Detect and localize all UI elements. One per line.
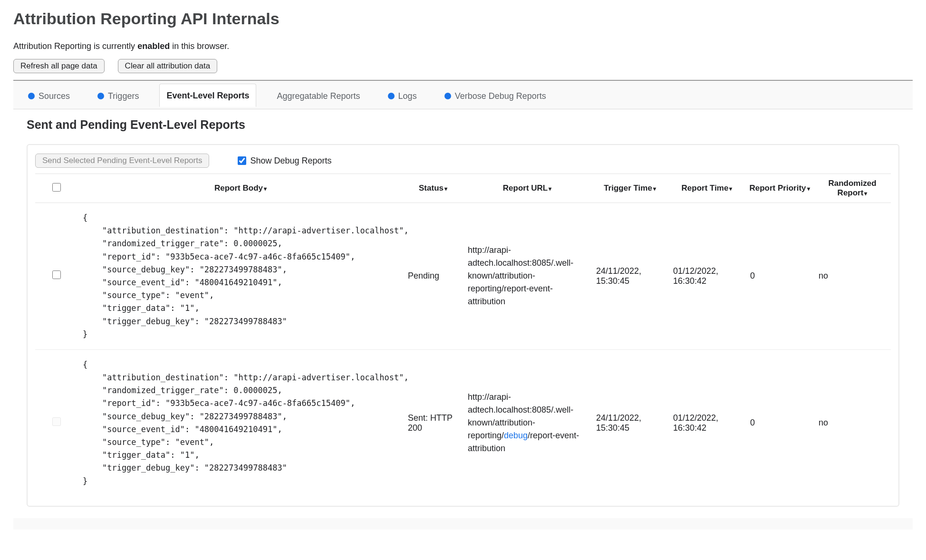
table-row: { "attribution_destination": "http://ara… [35, 349, 891, 496]
row-select-checkbox[interactable] [52, 270, 61, 279]
sort-icon: ▾ [549, 185, 551, 192]
header-report-time[interactable]: Report Time▾ [668, 174, 745, 203]
status-cell: Sent: HTTP 200 [403, 349, 463, 496]
header-trigger-time[interactable]: Trigger Time▾ [591, 174, 668, 203]
tab-label: Aggregatable Reports [277, 91, 360, 101]
send-selected-button[interactable]: Send Selected Pending Event-Level Report… [35, 154, 209, 168]
show-debug-reports-checkbox[interactable] [238, 156, 246, 165]
report-time-cell: 01/12/2022, 16:30:42 [668, 203, 745, 350]
report-url-cell: http://arapi-adtech.localhost:8085/.well… [463, 203, 591, 350]
status-enabled-word: enabled [137, 41, 170, 51]
tab-label: Verbose Debug Reports [455, 91, 546, 101]
randomized-cell: no [814, 203, 891, 350]
report-body-json: { "attribution_destination": "http://ara… [83, 358, 398, 488]
tab-bar: Sources Triggers Event-Level Reports Agg… [13, 81, 913, 109]
clear-all-button[interactable]: Clear all attribution data [118, 59, 218, 73]
header-report-url[interactable]: Report URL▾ [463, 174, 591, 203]
priority-cell: 0 [745, 203, 814, 350]
tab-triggers[interactable]: Triggers [90, 84, 146, 107]
page-title: Attribution Reporting API Internals [13, 10, 913, 28]
tab-label: Event-Level Reports [166, 91, 249, 101]
tab-event-level-reports[interactable]: Event-Level Reports [159, 84, 256, 107]
sort-icon: ▾ [729, 185, 732, 192]
sort-icon: ▾ [864, 190, 867, 197]
randomized-cell: no [814, 349, 891, 496]
sort-icon: ▾ [653, 185, 656, 192]
status-prefix: Attribution Reporting is currently [13, 41, 137, 51]
trigger-time-cell: 24/11/2022, 15:30:45 [591, 349, 668, 496]
show-debug-reports-text: Show Debug Reports [250, 156, 331, 166]
status-suffix: in this browser. [170, 41, 229, 51]
table-row: { "attribution_destination": "http://ara… [35, 203, 891, 350]
url-debug-word: debug [504, 431, 528, 440]
header-text: Trigger Time [604, 183, 652, 193]
refresh-button[interactable]: Refresh all page data [13, 59, 105, 73]
header-text: Report URL [503, 183, 548, 193]
attribution-status-text: Attribution Reporting is currently enabl… [13, 41, 913, 51]
sort-icon: ▾ [807, 185, 810, 192]
header-text: Report Body [214, 183, 263, 193]
reports-table-container: Send Selected Pending Event-Level Report… [27, 144, 899, 507]
dot-icon [388, 93, 395, 99]
tab-label: Logs [398, 91, 417, 101]
header-text: Report Priority [749, 183, 806, 193]
show-debug-reports-label[interactable]: Show Debug Reports [238, 156, 331, 166]
header-text: Report Time [682, 183, 729, 193]
header-text: Status [419, 183, 444, 193]
priority-cell: 0 [745, 349, 814, 496]
header-status[interactable]: Status▾ [403, 174, 463, 203]
sort-icon: ▾ [264, 185, 267, 192]
dot-icon [444, 93, 451, 99]
tab-logs[interactable]: Logs [381, 84, 424, 107]
dot-icon [28, 93, 35, 99]
section-heading: Sent and Pending Event-Level Reports [27, 118, 899, 132]
trigger-time-cell: 24/11/2022, 15:30:45 [591, 203, 668, 350]
header-randomized-report[interactable]: Randomized Report▾ [814, 174, 891, 203]
header-select-all[interactable] [35, 174, 78, 203]
dot-icon [97, 93, 104, 99]
header-report-body[interactable]: Report Body▾ [78, 174, 403, 203]
select-all-checkbox[interactable] [52, 183, 61, 192]
tab-verbose-debug-reports[interactable]: Verbose Debug Reports [437, 84, 553, 107]
report-time-cell: 01/12/2022, 16:30:42 [668, 349, 745, 496]
sort-icon: ▾ [444, 185, 447, 192]
row-select-checkbox [52, 417, 61, 426]
reports-table: Report Body▾ Status▾ Report URL▾ Trigger… [35, 174, 891, 496]
tab-label: Sources [39, 91, 70, 101]
header-report-priority[interactable]: Report Priority▾ [745, 174, 814, 203]
header-text: Randomized Report [828, 179, 876, 197]
status-cell: Pending [403, 203, 463, 350]
tab-aggregatable-reports[interactable]: Aggregatable Reports [270, 84, 367, 107]
report-body-json: { "attribution_destination": "http://ara… [83, 212, 398, 341]
tab-sources[interactable]: Sources [21, 84, 77, 107]
report-url-cell: http://arapi-adtech.localhost:8085/.well… [463, 349, 591, 496]
tab-label: Triggers [108, 91, 139, 101]
